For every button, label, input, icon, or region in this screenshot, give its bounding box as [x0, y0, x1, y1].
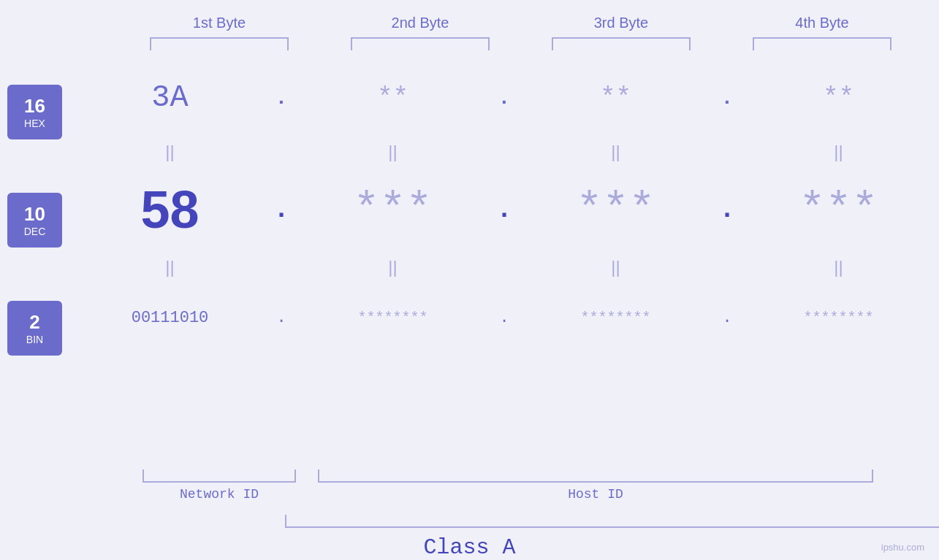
eq1-b2: || — [292, 142, 493, 162]
dec-b2-cell: *** — [292, 185, 493, 234]
hex-b1-cell: 3A — [69, 80, 270, 115]
eq1-b3: || — [515, 142, 716, 162]
bin-b1-value: 00111010 — [132, 309, 209, 327]
bin-dot2: . — [493, 309, 515, 327]
dec-b1-cell: 58 — [69, 180, 270, 239]
hex-b3-cell: ** — [515, 83, 716, 113]
bin-b1-cell: 00111010 — [69, 309, 270, 327]
watermark: ipshu.com — [881, 542, 924, 553]
dec-dot2: . — [493, 195, 515, 225]
bin-badge: 2 BIN — [7, 301, 62, 356]
labels-column: 16 HEX 10 DEC 2 BIN — [0, 50, 69, 469]
dec-badge: 10 DEC — [7, 193, 62, 248]
bracket-network — [142, 469, 296, 483]
hex-label: HEX — [24, 118, 45, 129]
class-label: Class A — [0, 535, 939, 560]
dec-dot3: . — [716, 195, 738, 225]
bottom-brackets — [142, 469, 939, 483]
host-id-label: Host ID — [318, 487, 873, 502]
bin-b2-cell: ******** — [292, 310, 493, 326]
bracket-top-2 — [351, 37, 490, 50]
hex-dot3: . — [716, 87, 738, 110]
bracket-top-3 — [552, 37, 691, 50]
eq1-b1: || — [69, 142, 270, 162]
top-brackets — [119, 37, 923, 50]
dec-b4-cell: *** — [738, 185, 939, 234]
outer-bracket — [285, 515, 939, 528]
byte1-header: 1st Byte — [139, 15, 300, 31]
hex-b2-cell: ** — [292, 83, 493, 113]
outer-bracket-wrapper — [142, 515, 939, 528]
dec-b3-cell: *** — [515, 185, 716, 234]
dec-b2-value: *** — [353, 185, 432, 234]
hex-b2-value: ** — [377, 83, 408, 113]
hex-dot2: . — [493, 87, 515, 110]
bin-b4-cell: ******** — [738, 310, 939, 326]
eq2-b4: || — [738, 257, 939, 277]
bin-b4-value: ******** — [803, 310, 873, 326]
bracket-host — [318, 469, 873, 483]
dec-number: 10 — [24, 203, 45, 226]
bin-b2-value: ******** — [357, 310, 427, 326]
byte4-header: 4th Byte — [742, 15, 902, 31]
eq1-b4: || — [738, 142, 939, 162]
eq2-b2: || — [292, 257, 493, 277]
bin-dot1: . — [270, 309, 292, 327]
byte3-header: 3rd Byte — [541, 15, 702, 31]
dec-label: DEC — [24, 226, 46, 237]
dec-b3-value: *** — [576, 185, 655, 234]
eq2-b3: || — [515, 257, 716, 277]
byte2-header: 2nd Byte — [340, 15, 501, 31]
hex-b1-value: 3A — [151, 80, 188, 115]
equals-row-1: || || || || — [69, 138, 939, 166]
hex-b3-value: ** — [600, 83, 631, 113]
eq2-b1: || — [69, 257, 270, 277]
bin-number: 2 — [29, 311, 39, 334]
bin-b3-value: ******** — [580, 310, 650, 326]
bracket-top-4 — [753, 37, 892, 50]
dec-b4-value: *** — [799, 185, 878, 234]
byte-headers: 1st Byte 2nd Byte 3rd Byte 4th Byte — [119, 15, 923, 31]
bottom-labels: Network ID Host ID — [142, 487, 939, 502]
hex-badge: 16 HEX — [7, 85, 62, 139]
hex-dot1: . — [270, 87, 292, 110]
bin-b3-cell: ******** — [515, 310, 716, 326]
hex-row: 3A . ** . ** . ** — [69, 58, 939, 138]
bin-dot3: . — [716, 309, 738, 327]
dec-dot1: . — [270, 195, 292, 225]
bin-label: BIN — [26, 334, 43, 345]
hex-b4-cell: ** — [738, 83, 939, 113]
bottom-section: Network ID Host ID Class A — [0, 469, 939, 560]
equals-row-2: || || || || — [69, 253, 939, 281]
dec-row: 58 . *** . *** . *** — [69, 166, 939, 253]
bracket-top-1 — [150, 37, 289, 50]
content-area: 16 HEX 10 DEC 2 BIN 3A . — [0, 50, 939, 469]
main-container: 1st Byte 2nd Byte 3rd Byte 4th Byte 16 H… — [0, 0, 939, 560]
dec-b1-value: 58 — [140, 180, 199, 239]
network-id-label: Network ID — [142, 487, 296, 502]
bin-row: 00111010 . ******** . ******** . — [69, 281, 939, 354]
data-grid: 3A . ** . ** . ** — [69, 50, 939, 469]
hex-number: 16 — [24, 95, 45, 118]
hex-b4-value: ** — [823, 83, 854, 113]
